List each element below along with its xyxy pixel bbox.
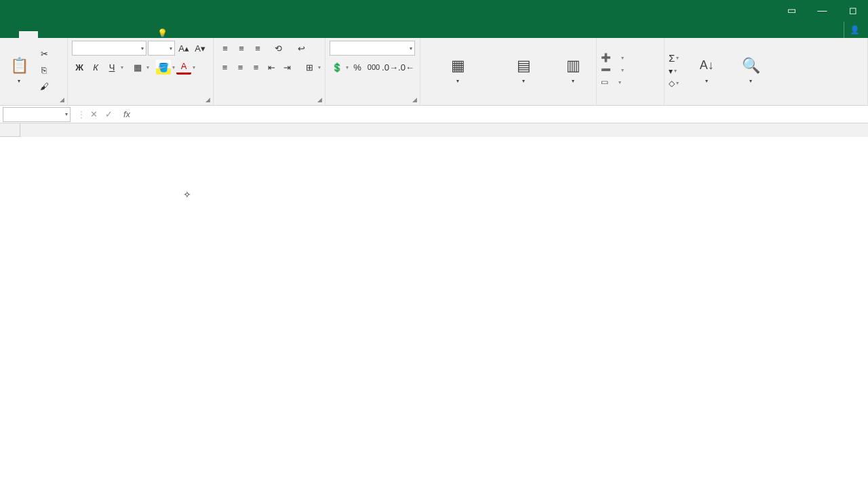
delete-icon: ➖ (601, 65, 611, 75)
fill-color-button[interactable]: 🪣 (156, 60, 171, 75)
maximize-icon[interactable]: ◻ (837, 0, 868, 20)
group-font: ▾ ▾ A▴ A▾ Ж К Ч ▾ ▦ ▾ 🪣 ▾ А ▾ ◢ (68, 38, 214, 105)
decrease-indent-icon[interactable]: ⇤ (264, 60, 279, 75)
cut-icon[interactable]: ✂ (37, 46, 52, 61)
comma-format-icon[interactable]: 000 (366, 60, 381, 75)
group-label: ◢ (326, 102, 420, 105)
conditional-format-icon: ▦ (447, 55, 469, 77)
format-icon: ▭ (601, 77, 608, 87)
align-right-icon[interactable]: ≡ (249, 60, 263, 75)
cell-styles-button[interactable]: ▥ ▾ (556, 52, 590, 87)
increase-indent-icon[interactable]: ⇥ (280, 60, 294, 75)
group-alignment: ≡ ≡ ≡ ⟲ ↩ ≡ ≡ ≡ ⇤ ⇥ ⊞ ▾ ◢ (214, 38, 326, 105)
table-icon: ▤ (513, 55, 534, 77)
search-icon: 🔍 (740, 55, 762, 77)
sort-filter-button[interactable]: A↓ ▾ (686, 52, 728, 87)
format-as-table-button[interactable]: ▤ ▾ (494, 52, 553, 87)
format-cells-button[interactable]: ▭ ▾ (601, 77, 624, 87)
fill-button[interactable]: ▾▾ (669, 66, 679, 76)
tab-review[interactable] (114, 31, 133, 38)
save-icon[interactable] (5, 3, 19, 17)
insert-icon: ➕ (601, 53, 611, 62)
sigma-icon: Σ (669, 52, 675, 64)
ribbon-display-icon[interactable]: ▭ (776, 0, 807, 20)
align-middle-icon[interactable]: ≡ (234, 41, 249, 56)
orientation-icon[interactable]: ⟲ (271, 41, 285, 56)
ribbon: 📋 ▾ ✂ ⎘ 🖌 ◢ ▾ ▾ A▴ A▾ Ж К Ч (0, 38, 868, 106)
cursor-plus-icon: ✧ (183, 189, 191, 200)
tab-home[interactable] (19, 31, 38, 38)
find-select-button[interactable]: 🔍 ▾ (730, 52, 771, 87)
qat-customize-icon[interactable] (58, 3, 72, 17)
eraser-icon: ◇ (669, 79, 675, 88)
column-headers (20, 123, 868, 137)
conditional-formatting-button[interactable]: ▦ ▾ (425, 52, 491, 87)
bold-button[interactable]: Ж (72, 60, 87, 75)
underline-button[interactable]: Ч (104, 60, 119, 75)
align-bottom-icon[interactable]: ≡ (250, 41, 265, 56)
window-controls: ▭ — ◻ (776, 0, 868, 20)
font-size-combo[interactable]: ▾ (148, 41, 175, 56)
tell-me-search[interactable]: 💡 (152, 28, 176, 38)
name-box[interactable]: ▾ (3, 107, 71, 122)
align-left-icon[interactable]: ≡ (218, 60, 232, 75)
accounting-format-icon[interactable]: 💲 (330, 60, 344, 75)
decrease-decimal-icon[interactable]: .0← (399, 60, 414, 75)
copy-icon[interactable]: ⎘ (37, 62, 52, 77)
insert-cells-button[interactable]: ➕ ▾ (601, 53, 624, 62)
align-center-icon[interactable]: ≡ (233, 60, 248, 75)
lightbulb-icon: 💡 (157, 28, 167, 38)
dialog-launcher-icon[interactable]: ◢ (205, 96, 210, 103)
dialog-launcher-icon[interactable]: ◢ (412, 96, 417, 103)
format-painter-icon[interactable]: 🖌 (37, 79, 52, 94)
percent-format-icon[interactable]: % (350, 60, 365, 75)
undo-icon[interactable] (23, 3, 37, 17)
tab-insert[interactable] (38, 31, 57, 38)
group-label: ◢ (0, 102, 67, 105)
group-label (597, 102, 664, 105)
borders-button[interactable]: ▦ (130, 60, 145, 75)
wrap-text-icon[interactable]: ↩ (294, 41, 309, 56)
cell-styles-icon: ▥ (562, 55, 584, 77)
enter-icon[interactable]: ✓ (102, 109, 115, 119)
group-editing: Σ▾ ▾▾ ◇▾ A↓ ▾ 🔍 ▾ (665, 38, 868, 105)
share-button[interactable]: 👤 (844, 22, 868, 38)
spreadsheet-grid: ✧ (0, 123, 868, 488)
titlebar: ▭ — ◻ (0, 0, 868, 20)
italic-button[interactable]: К (88, 60, 103, 75)
group-clipboard: 📋 ▾ ✂ ⎘ 🖌 ◢ (0, 38, 68, 105)
tab-file[interactable] (0, 31, 19, 38)
group-label (665, 102, 867, 105)
merge-cells-icon[interactable]: ⊞ (302, 60, 317, 75)
tab-data[interactable] (95, 31, 114, 38)
group-label: ◢ (68, 102, 213, 105)
dialog-launcher-icon[interactable]: ◢ (60, 96, 64, 103)
font-color-button[interactable]: А (176, 60, 191, 75)
signin-link[interactable] (827, 31, 844, 38)
decrease-font-icon[interactable]: A▾ (193, 41, 208, 56)
delete-cells-button[interactable]: ➖ ▾ (601, 65, 624, 75)
cancel-icon[interactable]: ✕ (87, 109, 100, 119)
clear-button[interactable]: ◇▾ (669, 79, 679, 88)
increase-decimal-icon[interactable]: .0→ (382, 60, 397, 75)
tab-view[interactable] (133, 31, 152, 38)
align-top-icon[interactable]: ≡ (218, 41, 233, 56)
select-all-triangle[interactable] (0, 123, 20, 137)
paste-button[interactable]: 📋 ▾ (4, 52, 34, 87)
increase-font-icon[interactable]: A▴ (176, 41, 191, 56)
tab-pagelayout[interactable] (57, 31, 76, 38)
font-name-combo[interactable]: ▾ (72, 41, 146, 56)
group-label: ◢ (214, 102, 325, 105)
number-format-combo[interactable]: ▾ (330, 41, 415, 56)
tab-formulas[interactable] (76, 31, 95, 38)
autosum-button[interactable]: Σ▾ (669, 52, 679, 64)
fx-icon[interactable]: fx (119, 109, 134, 119)
group-number: ▾ 💲 ▾ % 000 .0→ .0← ◢ (326, 38, 420, 105)
quick-access-toolbar (0, 3, 72, 17)
dialog-launcher-icon[interactable]: ◢ (317, 96, 322, 103)
minimize-icon[interactable]: — (807, 0, 837, 20)
formula-bar: ▾ ⋮ ✕ ✓ fx (0, 106, 868, 123)
fill-down-icon: ▾ (669, 66, 673, 76)
ribbon-tabs: 💡 👤 (0, 20, 868, 38)
redo-icon[interactable] (41, 3, 54, 17)
